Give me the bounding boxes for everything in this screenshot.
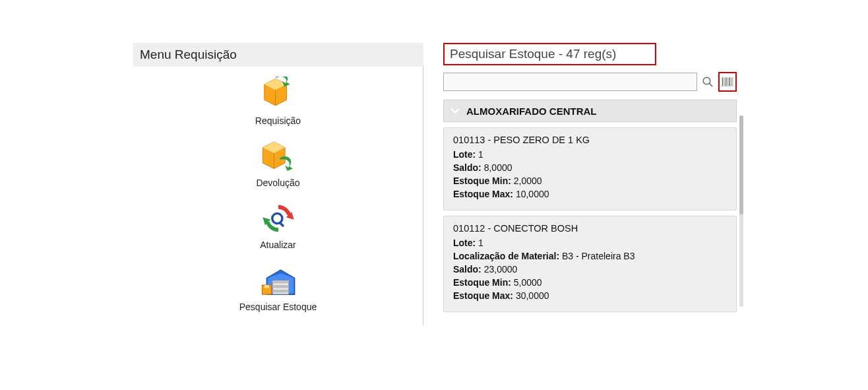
pesquisar-estoque-title: Pesquisar Estoque - 47 reg(s) [450,47,616,61]
menu-item-label: Pesquisar Estoque [239,302,317,312]
barcode-button[interactable] [720,75,735,89]
search-input[interactable] [443,73,697,91]
scrollbar[interactable] [739,115,743,307]
stock-item-card[interactable]: 010112 - CONECTOR BOSH Lote: 1 Localizaç… [443,216,737,312]
group-title: ALMOXARIFADO CENTRAL [466,106,597,117]
barcode-highlight [718,72,737,92]
svg-rect-16 [733,77,733,86]
stock-item-card[interactable]: 010113 - PESO ZERO DE 1 KG Lote: 1 Saldo… [443,127,737,211]
svg-point-0 [272,213,282,223]
chevron-down-icon [450,106,460,115]
stock-item-title: 010112 - CONECTOR BOSH [453,223,727,234]
stock-saldo-row: Saldo: 23,0000 [453,264,727,275]
svg-rect-13 [728,77,728,86]
stock-max-row: Estoque Max: 30,0000 [453,290,727,301]
svg-rect-14 [729,77,730,86]
box-return-icon [259,137,298,176]
search-row [443,72,737,92]
menu-item-devolucao[interactable]: Devolução [256,137,299,188]
svg-line-9 [709,83,712,86]
stock-loc-row: Localização de Material: B3 - Prateleira… [453,251,727,261]
svg-rect-4 [272,285,289,288]
svg-rect-11 [724,77,725,86]
box-request-icon [258,75,297,114]
svg-rect-3 [272,280,289,283]
menu-item-label: Requisição [255,115,301,126]
menu-item-label: Devolução [256,178,299,188]
menu-item-label: Atualizar [260,240,295,250]
pesquisar-estoque-header: Pesquisar Estoque - 47 reg(s) [443,43,656,65]
menu-item-requisicao[interactable]: Requisição [255,75,301,126]
stock-saldo-row: Saldo: 8,0000 [453,162,727,173]
stock-min-row: Estoque Min: 5,0000 [453,277,727,288]
svg-rect-5 [272,290,289,292]
stock-item-title: 010113 - PESO ZERO DE 1 KG [453,135,727,145]
stock-max-row: Estoque Max: 10,0000 [453,189,727,199]
menu-item-pesquisar-estoque[interactable]: Pesquisar Estoque [239,261,317,312]
barcode-icon [722,77,733,87]
group-header[interactable]: ALMOXARIFADO CENTRAL [443,100,737,122]
scrollbar-thumb[interactable] [739,115,743,214]
stock-lote-row: Lote: 1 [453,149,727,160]
warehouse-icon [259,261,298,300]
svg-rect-1 [278,222,284,227]
menu-requisicao-title: Menu Requisição [140,48,237,62]
svg-rect-12 [726,77,727,86]
svg-rect-7 [264,285,269,288]
refresh-icon [259,199,298,238]
menu-requisicao-header: Menu Requisição [133,43,423,67]
svg-rect-10 [722,77,724,86]
svg-rect-15 [731,77,731,86]
search-icon [702,76,714,88]
stock-lote-row: Lote: 1 [453,238,727,248]
menu-requisicao-panel: Menu Requisição Requisição [133,43,423,325]
pesquisar-estoque-panel: Pesquisar Estoque - 47 reg(s) [443,43,737,312]
stock-min-row: Estoque Min: 2,0000 [453,176,727,186]
search-button[interactable] [700,73,716,90]
menu-item-atualizar[interactable]: Atualizar [259,199,298,250]
menu-list: Requisição Devolução [133,67,423,325]
